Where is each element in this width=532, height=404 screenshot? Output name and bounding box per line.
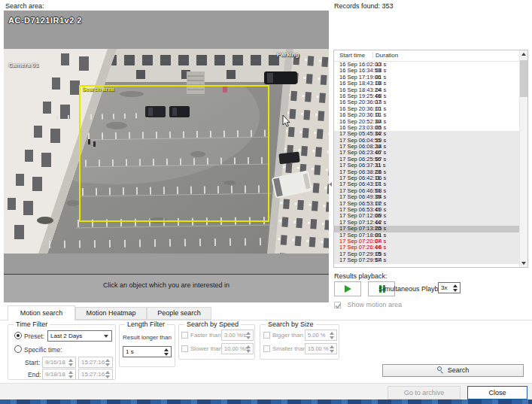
preset-label[interactable]: Preset:	[24, 333, 44, 340]
records-found-count: 353	[382, 2, 394, 10]
column-start-time[interactable]: Start time	[339, 52, 365, 59]
go-to-archive-button[interactable]: Go to archive	[388, 386, 461, 399]
dropdown-caret-icon	[104, 335, 108, 338]
click-object-hint: Click an object which you are interested…	[103, 281, 230, 289]
spin-up-icon[interactable]	[453, 284, 458, 287]
faster-than-spinner[interactable]: 3.00 %/s	[221, 330, 254, 341]
tab-motion-heatmap[interactable]: Motion Heatmap	[75, 307, 147, 320]
faster-than-label[interactable]: Faster than	[190, 332, 220, 339]
results-playback-label: Results playback:	[334, 272, 388, 280]
caption-strip: Click an object which you are interested…	[4, 275, 329, 302]
camera-title: AC-D7121IR1v2 2	[8, 16, 82, 25]
panel-collapse-icon[interactable]	[329, 182, 332, 187]
search-by-size-title: Search by Size	[266, 320, 316, 328]
show-motion-area-checkbox[interactable]	[334, 302, 341, 308]
search-area-rect-label: Search area	[82, 86, 114, 93]
record-duration: 04 s	[375, 257, 386, 263]
search-by-size-group: Search by Size Bigger than 5.00 % Smalle…	[260, 324, 339, 360]
records-found-status: Records found: 353	[334, 2, 394, 10]
records-found-label: Records found:	[334, 2, 380, 10]
time-filter-group: Time Filter Preset: Last 2 Days Specific…	[8, 324, 116, 380]
search-area-label: Search area:	[5, 2, 44, 10]
length-filter-title: Length Filter	[125, 320, 167, 328]
smaller-than-checkbox[interactable]	[263, 345, 270, 352]
osd-camera-name: Camera 01	[8, 62, 38, 68]
start-time-spinner[interactable]: 15:27:16	[78, 357, 113, 368]
smaller-than-label[interactable]: Smaller than	[272, 345, 306, 352]
smaller-than-spinner[interactable]: 15.00 %	[305, 343, 337, 354]
check-icon	[334, 302, 342, 310]
faster-than-checkbox[interactable]	[181, 332, 188, 339]
preset-dropdown[interactable]: Last 2 Days	[47, 330, 112, 342]
show-motion-area-option[interactable]: Show motion area	[334, 298, 402, 311]
camera-view[interactable]: Camera 01 Parking Search area	[4, 49, 329, 254]
records-rows: 16 Sep 16:02:0013 s16 Sep 16:34:5308 s16…	[334, 62, 520, 264]
start-label: Start:	[25, 359, 40, 366]
play-button[interactable]	[334, 281, 361, 296]
slower-than-checkbox[interactable]	[181, 345, 188, 352]
osd-parking-label: Parking	[277, 51, 299, 58]
search-area-panel: AC-D7121IR1v2 2	[4, 11, 329, 302]
records-scrollbar[interactable]	[519, 50, 527, 267]
scroll-up-icon[interactable]	[520, 50, 527, 58]
slower-than-label[interactable]: Slower than	[190, 345, 222, 352]
bigger-than-label[interactable]: Bigger than	[272, 332, 303, 339]
result-longer-spinner[interactable]: 1 s	[123, 346, 172, 357]
specific-time-label[interactable]: Specific time:	[24, 346, 62, 354]
scrollbar-thumb[interactable]	[520, 60, 527, 97]
close-button[interactable]: Close	[467, 386, 527, 399]
end-time-spinner[interactable]: 15:27:16	[78, 369, 113, 380]
background-window-strip	[0, 399, 532, 404]
search-icon	[437, 366, 445, 374]
search-by-speed-group: Search by Speed Faster than 3.00 %/s Slo…	[178, 324, 255, 360]
show-motion-area-label: Show motion area	[347, 301, 402, 308]
record-start-time: 17 Sep 07:29:57	[339, 257, 381, 263]
tab-people-search[interactable]: People search	[147, 307, 211, 320]
bigger-than-checkbox[interactable]	[263, 332, 270, 339]
bigger-than-spinner[interactable]: 5.00 %	[305, 330, 337, 341]
specific-time-radio[interactable]	[14, 345, 22, 353]
preset-radio[interactable]	[14, 332, 22, 339]
end-date-spinner[interactable]: 9/18/18	[42, 369, 76, 380]
end-label: End:	[28, 371, 41, 378]
search-button[interactable]: Search	[382, 364, 524, 377]
play-icon	[345, 285, 351, 293]
simultaneous-playback-spinner[interactable]: 3x	[438, 282, 461, 293]
column-duration[interactable]: Duration	[372, 52, 398, 59]
length-filter-group: Length Filter Result longer than 1 s	[119, 324, 175, 367]
search-by-speed-title: Search by Speed	[184, 320, 241, 328]
records-list[interactable]: Start time Duration 16 Sep 16:02:0013 s1…	[333, 50, 528, 268]
record-row[interactable]: 17 Sep 07:29:5704 s	[334, 257, 520, 263]
start-date-spinner[interactable]: 9/16/18	[42, 357, 76, 368]
search-area-rectangle[interactable]	[79, 85, 269, 222]
tab-motion-search[interactable]: Motion search	[8, 305, 75, 320]
records-list-header[interactable]: Start time Duration	[334, 50, 520, 62]
slower-than-spinner[interactable]: 10.00 %/s	[221, 343, 254, 354]
time-filter-title: Time Filter	[14, 320, 50, 328]
scroll-down-icon[interactable]	[520, 260, 527, 267]
result-longer-label: Result longer than	[123, 334, 172, 341]
motion-search-dialog: Search area: Records found: 353 AC-D7121…	[0, 0, 532, 404]
spin-down-icon[interactable]	[453, 289, 458, 292]
